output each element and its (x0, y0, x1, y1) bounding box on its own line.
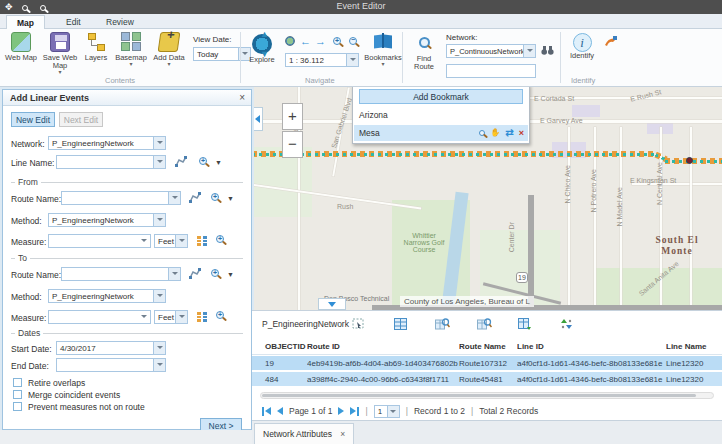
measure-ruler-icon[interactable] (196, 311, 208, 323)
add-data-button[interactable]: + Add Data ▾ (150, 32, 188, 67)
tab-review[interactable]: Review (96, 15, 144, 29)
bookmarks-button[interactable]: Bookmarks ▾ (362, 32, 404, 67)
select-records-icon[interactable] (352, 318, 365, 330)
page-select-combo[interactable]: 1 (374, 405, 400, 418)
scrollbar-thumb[interactable] (262, 394, 696, 397)
layers-button[interactable]: Layers (80, 32, 112, 62)
dropdown-arrow[interactable] (153, 156, 165, 168)
panel-close-icon[interactable]: × (239, 92, 245, 103)
prevent-measures-checkbox[interactable] (13, 402, 22, 411)
from-route-name-combo[interactable] (61, 191, 181, 205)
to-method-combo[interactable]: P_EngineeringNetwork (48, 289, 166, 303)
merge-coincident-checkbox[interactable] (13, 390, 22, 399)
measure-ruler-icon[interactable] (196, 235, 208, 247)
panel-collapse-handle[interactable] (252, 107, 263, 131)
from-unit-combo[interactable]: Feet (154, 234, 188, 248)
dropdown-arrow[interactable] (175, 311, 187, 323)
dropdown-arrow[interactable] (153, 137, 165, 149)
column-header[interactable]: OBJECTID (252, 339, 307, 354)
column-header[interactable]: Route Name (459, 339, 517, 354)
from-method-combo[interactable]: P_EngineeringNetwork (48, 213, 166, 227)
tab-edit[interactable]: Edit (56, 15, 91, 29)
map-zoom-in-button[interactable]: + (282, 103, 303, 130)
zoom-to-line-icon[interactable]: + (199, 157, 207, 167)
table-row[interactable]: 19 4eb9419b-af6b-4d04-ab69-1d403476802b … (252, 356, 722, 371)
next-edit-button[interactable]: Next Edit (59, 112, 103, 127)
network-combo[interactable]: P_ContinuousNetwork (446, 44, 536, 58)
dropdown-arrow[interactable] (153, 214, 165, 226)
basemap-dropdown-arrow[interactable]: ▾ (112, 62, 150, 67)
horizontal-scrollbar[interactable] (260, 392, 714, 399)
tab-close-icon[interactable]: × (340, 429, 345, 439)
line-name-combo[interactable] (56, 155, 166, 169)
map-zoom-out-button[interactable]: − (282, 131, 303, 158)
zoom-options-arrow[interactable]: ▼ (227, 271, 234, 278)
dropdown-arrow[interactable] (387, 406, 399, 417)
dropdown-arrow[interactable] (153, 359, 165, 371)
first-page-button[interactable] (262, 407, 271, 416)
retire-overlaps-checkbox[interactable] (13, 378, 22, 387)
zoom-to-route-icon[interactable]: + (211, 269, 219, 279)
dropdown-arrow[interactable] (153, 342, 165, 354)
measure-zoom-icon[interactable]: + (216, 311, 224, 321)
pan-to-selected-icon[interactable] (477, 318, 490, 330)
column-header[interactable]: Line ID (517, 339, 666, 354)
bookmark-item-arizona[interactable]: Arizona (354, 107, 528, 123)
network-dropdown-arrow[interactable] (523, 45, 535, 57)
measure-arrow[interactable] (138, 311, 150, 323)
column-header[interactable]: Route ID (307, 339, 459, 354)
web-map-button[interactable]: Web Map (2, 32, 40, 62)
next-extent-icon[interactable]: → (315, 36, 326, 46)
add-data-dropdown-arrow[interactable]: ▾ (150, 62, 188, 67)
hem-flag-icon[interactable] (604, 35, 618, 47)
route-search-input[interactable] (446, 64, 536, 78)
new-edit-button[interactable]: New Edit (11, 112, 55, 127)
next-page-button[interactable] (338, 407, 344, 415)
last-page-button[interactable] (350, 407, 359, 416)
start-date-combo[interactable]: 4/30/2017 (56, 341, 166, 355)
bookmark-pan-icon[interactable]: ✋ (490, 128, 500, 137)
save-dropdown-arrow[interactable]: ▾ (42, 70, 78, 75)
save-web-map-button[interactable]: Save Web Map ▾ (42, 32, 78, 75)
dropdown-arrow[interactable] (168, 192, 180, 204)
end-date-combo[interactable] (56, 358, 166, 372)
select-route-on-map-icon[interactable] (189, 268, 201, 280)
to-unit-combo[interactable]: Feet (154, 310, 188, 324)
find-route-button[interactable]: Find Route (406, 34, 442, 71)
zoom-options-arrow[interactable]: ▼ (215, 159, 222, 166)
column-header[interactable]: Line Name (666, 339, 722, 354)
panel-network-combo[interactable]: P_EngineeringNetwork (48, 136, 166, 150)
previous-extent-icon[interactable]: ← (300, 36, 311, 46)
map-zoom-out-icon[interactable]: − (349, 37, 357, 47)
refresh-table-icon[interactable] (518, 318, 531, 330)
select-route-on-map-icon[interactable] (189, 192, 201, 204)
zoom-to-route-icon[interactable]: + (211, 193, 219, 203)
dropdown-arrow[interactable] (153, 290, 165, 302)
bookmark-zoom-icon[interactable] (479, 128, 485, 138)
binoculars-icon[interactable] (541, 45, 554, 56)
scale-dropdown-arrow[interactable] (346, 54, 358, 66)
table-collapse-handle[interactable] (318, 298, 346, 310)
full-extent-icon[interactable] (285, 36, 295, 46)
dropdown-arrow[interactable] (168, 268, 180, 280)
from-measure-input[interactable] (48, 234, 151, 248)
bookmark-item-mesa[interactable]: Mesa ✋ ⇄ × (354, 125, 528, 141)
identify-button[interactable]: i Identify (564, 33, 600, 60)
add-bookmark-button[interactable]: Add Bookmark (359, 89, 523, 104)
tab-map[interactable]: Map (6, 15, 45, 29)
dropdown-arrow[interactable] (175, 235, 187, 247)
map-zoom-in-icon[interactable]: + (333, 37, 341, 47)
zoom-to-selected-icon[interactable] (435, 318, 448, 330)
to-route-name-combo[interactable] (61, 267, 181, 281)
view-date-combo[interactable]: Today (193, 47, 251, 61)
table-row[interactable]: 484 a398ff4c-2940-4c00-96b6-c6343f8f1711… (252, 372, 722, 387)
basemap-button[interactable]: Basemap ▾ (112, 32, 150, 67)
to-measure-input[interactable] (48, 310, 151, 324)
table-grid-icon[interactable] (394, 318, 407, 330)
measure-arrow[interactable] (138, 235, 150, 247)
explore-button[interactable]: ▲ ▼ Explore (244, 34, 280, 64)
network-attributes-tab[interactable]: Network Attributes × (254, 423, 354, 444)
bookmark-delete-icon[interactable]: × (519, 128, 524, 138)
sort-icon[interactable] (560, 318, 573, 330)
previous-page-button[interactable] (277, 407, 283, 415)
